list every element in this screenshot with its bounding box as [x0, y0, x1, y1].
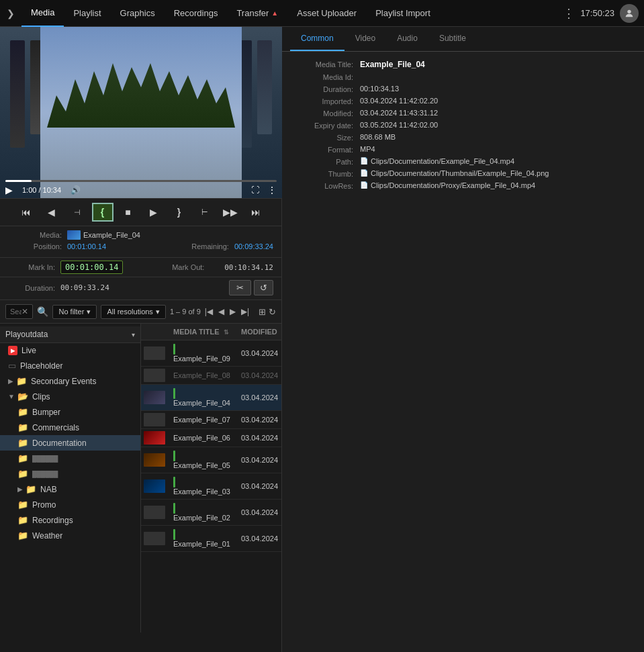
tab-subtitle[interactable]: Subtitle	[428, 27, 477, 51]
sidebar-item-clips[interactable]: ▼ 📂 Clips	[0, 389, 140, 404]
page-first-button[interactable]: |◀	[203, 306, 214, 318]
col-modified[interactable]: MODIFIED ⇅	[236, 324, 281, 340]
sidebar-item-blurred2[interactable]: 📁 ██████	[0, 466, 140, 481]
fullscreen-icon[interactable]: ⛶	[251, 185, 259, 195]
playout-header[interactable]: Playoutdata ▾	[0, 326, 140, 343]
file-name-cell: Example_File_07	[168, 411, 236, 429]
sidebar-item-weather[interactable]: 📁 Weather	[0, 528, 140, 543]
tab-video[interactable]: Video	[344, 27, 386, 51]
file-thumbnail	[144, 532, 165, 545]
page-next-button[interactable]: ▶	[228, 306, 237, 318]
nav-item-asset-uploader[interactable]: Asset Uploader	[287, 0, 366, 27]
sidebar-item-recordings[interactable]: 📁 Recordings	[0, 512, 140, 528]
table-row[interactable]: Example_File_0703.04.202400:00:10.10▲⋮	[141, 411, 281, 429]
video-preview[interactable]: ▶ 1:00 / 10:34 🔊 ⛶ ⋮	[0, 27, 282, 198]
play-pause-button[interactable]: ▶	[5, 185, 13, 195]
nav-item-graphics[interactable]: Graphics	[111, 0, 165, 27]
volume-icon[interactable]: 🔊	[71, 185, 81, 195]
live-icon: ▶	[8, 346, 17, 355]
transport-mark-in-jump[interactable]: ⊣	[66, 203, 88, 222]
main-area: ▶ 1:00 / 10:34 🔊 ⛶ ⋮ ⏮ ◀ ⊣ { ■ ▶ } ⊢ ▶▶ …	[0, 27, 644, 652]
video-progress-bar[interactable]	[5, 180, 277, 182]
video-progress-fill	[5, 180, 32, 182]
remaining-value: 00:09:33.24	[234, 242, 273, 250]
meta-label: Expiry date:	[293, 121, 353, 130]
filter-dropdown[interactable]: No filter ▾	[52, 305, 97, 319]
scissor-button[interactable]: ✂	[229, 280, 251, 295]
meta-label: Format:	[293, 145, 353, 154]
nav-item-recordings[interactable]: Recordings	[165, 0, 228, 27]
nab-chevron-icon: ▶	[17, 485, 23, 493]
sidebar-item-documentation[interactable]: 📁 Documentation	[0, 435, 140, 451]
chevron-icon: ▶	[8, 377, 13, 385]
nav-item-media[interactable]: Media	[21, 0, 64, 27]
top-navigation: ❯ Media Playlist Graphics Recordings Tra…	[0, 0, 644, 27]
resolution-dropdown[interactable]: All resolutions ▾	[101, 305, 165, 319]
user-avatar[interactable]	[620, 4, 639, 23]
blurred2-folder-icon: 📁	[17, 469, 28, 479]
sidebar-item-blurred1[interactable]: 📁 ██████	[0, 451, 140, 466]
table-row[interactable]: Example_File_0503.04.202400:00:10.10✓⋮	[141, 447, 281, 473]
reset-button[interactable]: ↺	[254, 280, 273, 295]
col-media-title[interactable]: MEDIA TITLE ⇅	[168, 324, 236, 340]
table-row[interactable]: Example_File_0903.04.202400:14:47.06✓⋮	[141, 340, 281, 367]
meta-value: 00:10:34.13	[360, 85, 399, 93]
transport-first[interactable]: ⏮	[15, 203, 37, 222]
refresh-button[interactable]: ↻	[269, 307, 276, 317]
metadata-tabs: Common Video Audio Subtitle	[282, 27, 644, 52]
media-title-sort-icon: ⇅	[224, 329, 229, 336]
sidebar-item-placeholder[interactable]: ▭ Placeholder	[0, 358, 140, 373]
meta-value: 03.04.2024 11:42:02.20	[360, 97, 438, 105]
transport-next-frame[interactable]: ▶▶	[220, 203, 241, 222]
search-button[interactable]: 🔍	[37, 306, 48, 317]
file-name-cell: Example_File_06	[168, 429, 236, 447]
table-row[interactable]: Example_File_0203.04.202400:02:26.00✓⋮	[141, 500, 281, 526]
transfer-alert-icon: ▲	[271, 9, 278, 17]
grid-view-button[interactable]: ⊞	[259, 307, 266, 317]
media-label: Media:	[8, 231, 62, 239]
transport-prev-frame[interactable]: ◀	[41, 203, 62, 222]
table-row[interactable]: Example_File_0603.04.202400:00:10.18▲⋮	[141, 429, 281, 447]
page-prev-button[interactable]: ◀	[217, 306, 226, 318]
search-input[interactable]	[10, 308, 21, 316]
table-row[interactable]: Example_File_0303.04.202400:02:30.01✓⋮	[141, 473, 281, 500]
transport-mark-in[interactable]: {	[92, 203, 113, 222]
file-thumb-cell	[141, 429, 168, 447]
nav-item-playlist[interactable]: Playlist	[64, 0, 110, 27]
metadata-row: Modified:03.04.2024 11:43:31.12	[293, 109, 633, 118]
table-row[interactable]: Example_File_0103.04.202400:01:30.00✓⋮	[141, 526, 281, 552]
sidebar-item-live[interactable]: ▶ Live	[0, 343, 140, 358]
table-row[interactable]: Example_File_0403.04.202400:10:34.13✓⋮	[141, 385, 281, 411]
transport-stop[interactable]: ■	[118, 203, 139, 222]
modified-cell: 03.04.2024	[236, 367, 281, 385]
nav-item-playlist-import[interactable]: Playlist Import	[366, 0, 440, 27]
page-last-button[interactable]: ▶|	[240, 306, 250, 318]
green-bar-indicator	[173, 388, 175, 399]
sidebar-item-commercials[interactable]: 📁 Commercials	[0, 420, 140, 435]
sidebar-item-promo[interactable]: 📁 Promo	[0, 497, 140, 512]
search-clear-icon[interactable]: ✕	[21, 307, 28, 316]
modified-cell: 03.04.2024	[236, 447, 281, 473]
meta-value: 03.04.2024 11:43:31.12	[360, 109, 438, 117]
modified-cell: 03.04.2024	[236, 500, 281, 526]
nab-folder-icon: 📁	[26, 484, 36, 494]
tab-common[interactable]: Common	[290, 27, 344, 51]
video-more-icon[interactable]: ⋮	[267, 185, 277, 195]
tab-audio[interactable]: Audio	[386, 27, 428, 51]
table-row[interactable]: Example_File_0803.04.202400:12:14.04▲⋮	[141, 367, 281, 385]
transport-mark-out[interactable]: }	[169, 203, 190, 222]
nav-item-transfer[interactable]: Transfer ▲	[227, 0, 287, 27]
transport-last[interactable]: ⏭	[245, 203, 267, 222]
file-thumb-cell	[141, 473, 168, 500]
metadata-row: Format:MP4	[293, 145, 633, 154]
sidebar-item-bumper[interactable]: 📁 Bumper	[0, 404, 140, 420]
transport-mark-out-jump[interactable]: ⊢	[194, 203, 216, 222]
sidebar-item-nab[interactable]: ▶ 📁 NAB	[0, 481, 140, 497]
file-thumb-cell	[141, 447, 168, 473]
sidebar-item-secondary-events[interactable]: ▶ 📁 Secondary Events	[0, 373, 140, 389]
clips-chevron-icon: ▼	[8, 393, 15, 400]
file-thumb-cell	[141, 526, 168, 552]
transport-play[interactable]: ▶	[143, 203, 165, 222]
nav-expand-icon[interactable]: ❯	[0, 8, 21, 19]
nav-more-icon[interactable]: ⋮	[557, 6, 580, 21]
